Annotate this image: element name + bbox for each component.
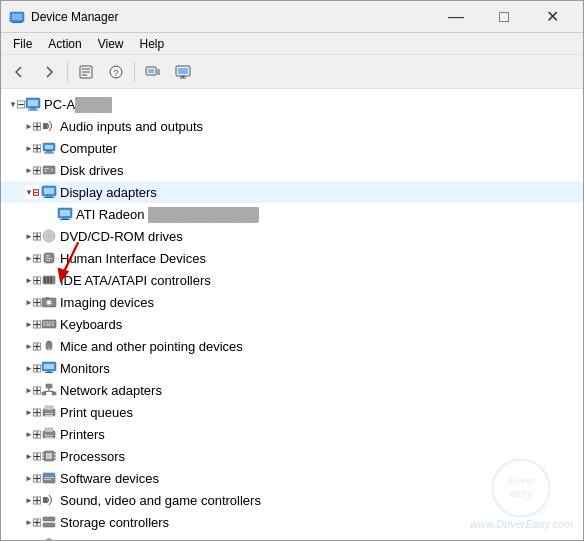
printers-label: Printers [60,427,105,442]
svg-rect-89 [43,324,45,326]
tree-imaging[interactable]: Imaging devices [1,291,583,313]
svg-rect-80 [46,297,49,299]
menu-bar: File Action View Help [1,33,583,55]
dvd-expander[interactable] [25,228,41,244]
mice-label: Mice and other pointing devices [60,339,243,354]
tree-print-queues[interactable]: Print queues [1,401,583,423]
display-label: Display adapters [60,185,157,200]
network-label: Network adapters [60,383,162,398]
svg-rect-36 [44,153,54,154]
imaging-icon [41,294,57,310]
title-bar: Device Manager — □ ✕ [1,1,583,33]
software-expander[interactable] [25,470,41,486]
monitors-expander[interactable] [25,360,41,376]
toolbar-monitor[interactable] [169,58,197,86]
hid-expander[interactable] [25,250,41,266]
keyboard-label: Keyboards [60,317,122,332]
pc-icon [25,96,41,112]
audio-expander[interactable] [25,118,41,134]
svg-rect-88 [52,322,54,324]
ati-expander [41,206,57,222]
ati-label: ATI Radeon ████████████ [76,207,259,222]
minimize-button[interactable]: — [433,2,479,32]
svg-rect-85 [43,322,45,324]
software-icon [41,470,57,486]
tree-mice[interactable]: Mice and other pointing devices [1,335,583,357]
svg-rect-72 [47,277,49,283]
toolbar-scan[interactable] [139,58,167,86]
menu-view[interactable]: View [90,35,132,53]
menu-file[interactable]: File [5,35,40,53]
svg-rect-87 [49,322,51,324]
svg-rect-86 [46,322,48,324]
toolbar-help[interactable]: ? [102,58,130,86]
svg-rect-51 [60,210,70,216]
audio-icon [41,118,57,134]
tree-monitors[interactable]: Monitors [1,357,583,379]
svg-point-59 [48,235,50,237]
close-button[interactable]: ✕ [529,2,575,32]
svg-rect-3 [12,22,22,23]
mice-expander[interactable] [25,338,41,354]
svg-rect-103 [47,371,51,372]
tree-hid[interactable]: Human Interface Devices [1,247,583,269]
tree-computer[interactable]: Computer [1,137,583,159]
keyboard-icon [41,316,57,332]
content-area[interactable]: PC-A████ Audio inputs and outputs [1,89,583,540]
display-expander[interactable] [25,185,39,199]
ide-expander[interactable] [25,272,41,288]
audio-label: Audio inputs and outputs [60,119,203,134]
svg-rect-65 [46,258,52,259]
dvd-label: DVD/CD-ROM drives [60,229,183,244]
tree-audio[interactable]: Audio inputs and outputs [1,115,583,137]
tree-printers[interactable]: Printers [1,423,583,445]
storage-icon [41,514,57,530]
tree-keyboard[interactable]: Keyboards [1,313,583,335]
print-queues-expander[interactable] [25,404,41,420]
root-expander[interactable] [9,96,25,112]
menu-action[interactable]: Action [40,35,89,53]
network-expander[interactable] [25,382,41,398]
svg-rect-145 [43,473,55,476]
maximize-button[interactable]: □ [481,2,527,32]
sound-expander[interactable] [25,492,41,508]
tree-display[interactable]: Display adapters [1,181,583,203]
tree-network[interactable]: Network adapters [1,379,583,401]
disk-expander[interactable] [25,162,41,178]
window-controls: — □ ✕ [433,2,575,32]
toolbar-forward[interactable] [35,58,63,86]
window-title: Device Manager [31,10,433,24]
toolbar-sep-1 [67,61,68,83]
tree-disk[interactable]: Disk drives [1,159,583,181]
printers-expander[interactable] [25,426,41,442]
svg-rect-24 [30,108,36,110]
keyboard-expander[interactable] [25,316,41,332]
tree-root[interactable]: PC-A████ [1,93,583,115]
toolbar-back[interactable] [5,58,33,86]
tree-ati[interactable]: ATI Radeon ████████████ [1,203,583,225]
imaging-expander[interactable] [25,294,41,310]
svg-point-129 [52,432,54,434]
processors-label: Processors [60,449,125,464]
monitors-label: Monitors [60,361,110,376]
computer-expander[interactable] [25,140,41,156]
tree-ide[interactable]: IDE ATA/ATAPI controllers [1,269,583,291]
svg-rect-64 [46,255,49,257]
tree-dvd[interactable]: DVD/CD-ROM drives [1,225,583,247]
storage-expander[interactable] [25,514,41,530]
toolbar-properties[interactable] [72,58,100,86]
ide-label: IDE ATA/ATAPI controllers [60,273,211,288]
network-icon [41,382,57,398]
processors-expander[interactable] [25,448,41,464]
print-queues-label: Print queues [60,405,133,420]
svg-rect-35 [46,151,52,153]
sound-label: Sound, video and game controllers [60,493,261,508]
system-expander[interactable] [25,536,41,540]
tree-system[interactable]: System devices [1,533,583,540]
svg-line-112 [44,391,49,392]
system-label: System devices [60,537,151,541]
svg-rect-91 [52,324,54,326]
svg-rect-23 [28,100,38,106]
menu-help[interactable]: Help [132,35,173,53]
svg-rect-47 [44,188,54,194]
